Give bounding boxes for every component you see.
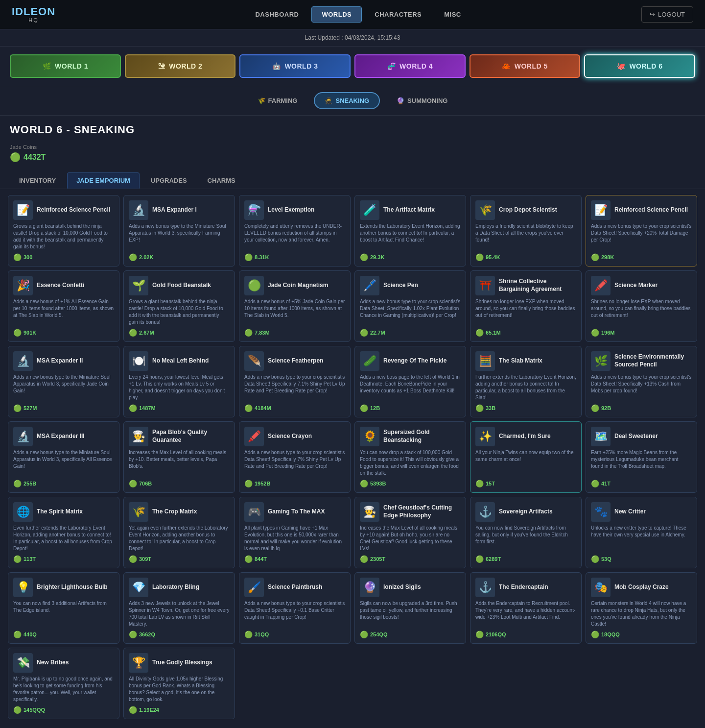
item-card-37[interactable]: 🏆 True Godly Blessings All Divinity Gods… xyxy=(123,648,235,719)
world-tab-4[interactable]: 🧬 WORLD 4 xyxy=(354,54,466,78)
item-card-36[interactable]: 💸 New Bribes Mr. Pigibank is up to no go… xyxy=(8,648,119,719)
item-icon-37: 🏆 xyxy=(129,653,148,673)
item-title-31: Laboratory Bling xyxy=(152,583,199,591)
world1-label: WORLD 1 xyxy=(55,62,88,70)
section-tab-upgrades[interactable]: UPGRADES xyxy=(141,172,196,189)
section-tabs: INVENTORY JADE EMPORIUM UPGRADES CHARMS xyxy=(0,169,705,189)
nav-worlds[interactable]: WORLDS xyxy=(311,6,362,23)
item-card-24[interactable]: 🌐 The Spirit Matrix Even further extends… xyxy=(8,497,119,568)
item-card-32[interactable]: 🖌️ Science Paintbrush Adds a new bonus t… xyxy=(239,572,351,644)
item-cost-6: 🟢 901K xyxy=(13,329,114,337)
item-card-1[interactable]: 🔬 MSA Expander I Adds a new bonus type t… xyxy=(123,195,235,267)
item-card-9[interactable]: 🖊️ Science Pen Adds a new bonus type to … xyxy=(354,270,466,342)
item-desc-8: Adds a new bonus of +5% Jade Coin Gain p… xyxy=(244,298,345,326)
section-tab-jade-emporium[interactable]: JADE EMPORIUM xyxy=(67,172,140,189)
sub-tab-sneaking[interactable]: 🥷 SNEAKING xyxy=(314,92,380,109)
item-card-10[interactable]: ⛩️ Shrine Collective Bargaining Agreemen… xyxy=(470,270,582,342)
item-card-11[interactable]: 🖍️ Science Marker Shrines no longer lose… xyxy=(586,270,697,342)
section-tab-charms[interactable]: CHARMS xyxy=(198,172,245,189)
item-title-33: Ionized Sigils xyxy=(383,583,421,591)
item-card-3[interactable]: 🧪 The Artifact Matrix Extends the Labora… xyxy=(354,195,466,267)
world4-icon: 🧬 xyxy=(387,62,396,70)
item-card-26[interactable]: 🎮 Gaming To The MAX All plant types in G… xyxy=(239,497,351,568)
item-header-5: 📝 Reinforced Science Pencil xyxy=(591,200,692,220)
cost-icon-2: 🟢 xyxy=(244,253,253,261)
item-card-20[interactable]: 🖍️ Science Crayon Adds a new bonus type … xyxy=(239,421,351,493)
item-title-27: Chef Geustloaf's Cutting Edge Philosophy xyxy=(383,504,461,519)
item-card-8[interactable]: 🟢 Jade Coin Magnetism Adds a new bonus o… xyxy=(239,270,351,342)
item-card-5[interactable]: 📝 Reinforced Science Pencil Adds a new b… xyxy=(586,195,697,267)
item-icon-25: 🌾 xyxy=(129,502,148,522)
sub-tab-farming[interactable]: 🌾 FARMING xyxy=(247,92,308,109)
cost-value-28: 6289T xyxy=(486,556,501,562)
world-tab-2[interactable]: 🏜 WORLD 2 xyxy=(125,54,236,78)
item-card-34[interactable]: ⚓ The Endercaptain Adds the Endercaptain… xyxy=(470,572,582,644)
item-card-30[interactable]: 💡 Brighter Lighthouse Bulb You can now f… xyxy=(8,572,119,644)
nav-characters[interactable]: CHARACTERS xyxy=(365,6,431,23)
item-desc-31: Adds 3 new Jewels to unlock at the Jewel… xyxy=(129,600,230,628)
item-desc-3: Extends the Laboratory Event Horizon, ad… xyxy=(360,223,461,250)
item-card-25[interactable]: 🌾 The Crop Matrix Yet again even further… xyxy=(123,497,235,568)
section-tab-inventory[interactable]: INVENTORY xyxy=(10,172,65,189)
item-card-7[interactable]: 🌱 Gold Food Beanstalk Grows a giant bean… xyxy=(123,270,235,342)
item-card-29[interactable]: 🐾 New Critter Unlocks a new critter type… xyxy=(586,497,697,568)
header: IDLEON HQ DASHBOARD WORLDS CHARACTERS MI… xyxy=(0,0,705,29)
cost-icon-31: 🟢 xyxy=(129,631,137,638)
item-header-19: 👨‍🍳 Papa Blob's Quality Guarantee xyxy=(129,427,230,446)
item-card-22[interactable]: ✨ Charmed, I'm Sure All your Ninja Twins… xyxy=(470,421,582,493)
logout-button[interactable]: ↪ LOGOUT xyxy=(641,6,693,23)
item-header-18: 🔬 MSA Expander III xyxy=(13,427,114,446)
item-desc-14: Adds a new bonus type to your crop scien… xyxy=(244,374,345,401)
cost-value-20: 1952B xyxy=(255,481,270,486)
item-card-18[interactable]: 🔬 MSA Expander III Adds a new bonus type… xyxy=(8,421,119,493)
item-card-0[interactable]: 📝 Reinforced Science Pencil Grows a gian… xyxy=(8,195,119,267)
item-card-28[interactable]: ⚓ Sovereign Artifacts You can now find S… xyxy=(470,497,582,568)
world-tab-6[interactable]: 🐙 WORLD 6 xyxy=(584,54,695,78)
item-card-17[interactable]: 🌿 Science Environmentally Sourced Pencil… xyxy=(586,346,697,417)
cost-value-2: 8.31K xyxy=(255,254,269,260)
item-icon-23: 🗺️ xyxy=(591,427,611,446)
item-card-23[interactable]: 🗺️ Deal Sweetener Earn +25% more Magic B… xyxy=(586,421,697,493)
item-icon-19: 👨‍🍳 xyxy=(129,427,148,446)
item-cost-24: 🟢 113T xyxy=(13,555,114,563)
cost-value-35: 18QQQ xyxy=(601,631,620,637)
cost-icon-24: 🟢 xyxy=(13,555,22,563)
item-desc-32: Adds a new bonus type to your crop scien… xyxy=(244,600,345,628)
item-card-4[interactable]: 🌾 Crop Depot Scientist Employs a friendl… xyxy=(470,195,582,267)
item-card-16[interactable]: 🧮 The Slab Matrix Further extends the La… xyxy=(470,346,582,417)
world1-icon: 🌿 xyxy=(43,62,51,70)
sub-tab-summoning[interactable]: 🔮 SUMMONING xyxy=(386,92,458,109)
item-header-25: 🌾 The Crop Matrix xyxy=(129,502,230,522)
item-desc-15: Adds a new boss page to the left of Worl… xyxy=(360,374,461,401)
item-title-2: Level Exemption xyxy=(268,206,314,214)
item-card-13[interactable]: 🍽️ No Meal Left Behind Every 24 hours, y… xyxy=(123,346,235,417)
item-card-14[interactable]: 🪶 Science Featherpen Adds a new bonus ty… xyxy=(239,346,351,417)
item-card-21[interactable]: 🌻 Supersized Gold Beanstacking You can n… xyxy=(354,421,466,493)
item-card-2[interactable]: ⚗️ Level Exemption Completely and utterl… xyxy=(239,195,351,267)
item-card-31[interactable]: 💎 Laboratory Bling Adds 3 new Jewels to … xyxy=(123,572,235,644)
item-cost-14: 🟢 4184M xyxy=(244,404,345,412)
world-tab-1[interactable]: 🌿 WORLD 1 xyxy=(10,54,121,78)
cost-icon-33: 🟢 xyxy=(360,631,368,638)
item-card-35[interactable]: 🎭 Mob Cosplay Craze Certain monsters in … xyxy=(586,572,697,644)
cost-value-11: 196M xyxy=(601,330,615,336)
item-card-19[interactable]: 👨‍🍳 Papa Blob's Quality Guarantee Increa… xyxy=(123,421,235,493)
item-cost-27: 🟢 2305T xyxy=(360,555,461,563)
item-card-6[interactable]: 🎉 Essence Confetti Adds a new bonus of +… xyxy=(8,270,119,342)
item-header-11: 🖍️ Science Marker xyxy=(591,276,692,295)
item-card-15[interactable]: 🥒 Revenge Of The Pickle Adds a new boss … xyxy=(354,346,466,417)
item-title-4: Crop Depot Scientist xyxy=(499,206,557,214)
world-tab-3[interactable]: 🤖 WORLD 3 xyxy=(239,54,351,78)
nav-dashboard[interactable]: DASHBOARD xyxy=(245,6,308,23)
cost-value-10: 65.1M xyxy=(486,330,501,336)
cost-icon-32: 🟢 xyxy=(244,631,253,638)
cost-value-13: 1487M xyxy=(139,405,156,411)
cost-value-22: 15T xyxy=(486,481,495,486)
world-tab-5[interactable]: 🦀 WORLD 5 xyxy=(470,54,581,78)
nav-misc[interactable]: MISC xyxy=(434,6,471,23)
item-card-12[interactable]: 🔬 MSA Expander II Adds a new bonus type … xyxy=(8,346,119,417)
item-card-33[interactable]: 🔮 Ionized Sigils Sigils can now be upgra… xyxy=(354,572,466,644)
item-card-27[interactable]: 👨‍🍳 Chef Geustloaf's Cutting Edge Philos… xyxy=(354,497,466,568)
cost-value-7: 2.67M xyxy=(139,330,154,336)
item-cost-26: 🟢 844T xyxy=(244,555,345,563)
